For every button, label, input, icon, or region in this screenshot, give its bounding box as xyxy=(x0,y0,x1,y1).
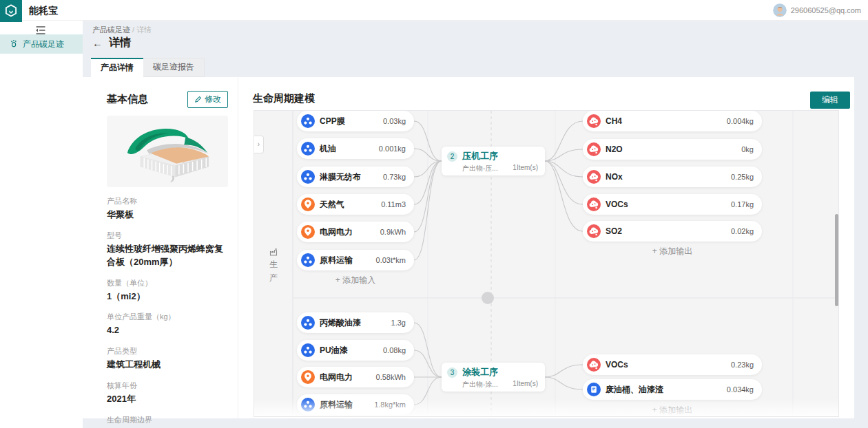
canvas-bottom-fade xyxy=(254,398,839,416)
field-lifecycle-boundary: 生命周期边界 从摇篮到大门从资源开采到产品出厂 xyxy=(107,415,228,428)
transport-icon xyxy=(301,253,315,267)
material-icon xyxy=(301,343,315,357)
tab-bar: 产品详情 碳足迹报告 xyxy=(91,58,205,77)
emission-icon xyxy=(587,224,601,238)
input-node[interactable]: CPP膜 0.03kg xyxy=(297,111,414,131)
tab-product-detail[interactable]: 产品详情 xyxy=(91,58,143,77)
emission-icon xyxy=(587,197,601,211)
input-node[interactable]: 原料运输 0.03t*km xyxy=(297,250,414,270)
emission-icon xyxy=(587,358,601,372)
material-icon xyxy=(301,142,315,156)
section-joint[interactable] xyxy=(482,292,494,304)
back-arrow-icon[interactable]: ← xyxy=(92,37,103,49)
output-node[interactable]: N2O 0kg xyxy=(583,139,762,160)
user-avatar[interactable] xyxy=(773,3,787,17)
tab-footprint-report[interactable]: 碳足迹报告 xyxy=(143,58,205,77)
input-node[interactable]: 丙烯酸油漆 1.3g xyxy=(297,312,414,333)
app-logo xyxy=(0,0,22,22)
output-node[interactable]: SO2 0.02kg xyxy=(583,221,762,242)
sidebar-item-label: 产品碳足迹 xyxy=(23,39,64,50)
output-node[interactable]: CH4 0.004kg xyxy=(583,111,762,131)
material-icon xyxy=(301,316,315,330)
add-output-button[interactable]: + 添加输出 xyxy=(583,246,762,259)
output-node[interactable]: NOx 0.25kg xyxy=(583,167,762,187)
top-bar: 能耗宝 296060525@qq.com xyxy=(0,0,868,21)
breadcrumb-parent[interactable]: 产品碳足迹 xyxy=(92,25,130,34)
input-node[interactable]: 机油 0.001kg xyxy=(297,138,414,159)
basic-info-panel: 基本信息 修改 xyxy=(107,91,228,428)
modify-button[interactable]: 修改 xyxy=(187,91,228,108)
page-title: 详情 xyxy=(109,36,131,50)
sidebar-item-product-carbon-footprint[interactable]: 产品碳足迹 xyxy=(0,34,83,54)
field-product-name: 产品名称 华聚板 xyxy=(107,196,228,222)
lifecycle-canvas[interactable]: › 生 产 CPP膜 0.03kg 机油 0.001kg 淋膜无纺布 0.73k… xyxy=(254,110,839,417)
add-input-button[interactable]: + 添加输入 xyxy=(297,275,414,288)
input-node[interactable]: 淋膜无纺布 0.73kg xyxy=(297,167,414,187)
output-node[interactable]: 废油桶、油漆渣 0.034kg xyxy=(583,379,762,400)
output-node[interactable]: VOCs 0.23kg xyxy=(583,354,762,375)
user-email[interactable]: 296060525@qq.com xyxy=(791,6,861,14)
process-node-press[interactable]: 2 压机工序 产出物-压... 1Item(s) xyxy=(442,147,545,175)
field-model: 型号 连续性玻纤增强聚丙烯蜂窝复合板（20mm厚） xyxy=(107,231,228,269)
field-unit-weight: 单位产品重量（kg） 4.2 xyxy=(107,312,228,337)
field-quantity: 数量（单位） 1（mi2） xyxy=(107,278,228,303)
process-index-badge: 3 xyxy=(447,367,457,378)
edit-button[interactable]: 编辑 xyxy=(810,92,850,109)
material-icon xyxy=(301,170,315,184)
waste-icon xyxy=(587,383,601,396)
app-title: 能耗宝 xyxy=(29,0,58,21)
panel-divider xyxy=(238,77,238,418)
breadcrumb-current: 详情 xyxy=(136,25,152,34)
input-node[interactable]: 电网电力 0.9kWh xyxy=(297,222,414,242)
input-node[interactable]: 电网电力 0.58kWh xyxy=(297,367,414,387)
emission-icon xyxy=(587,114,601,128)
breadcrumb: 产品碳足迹 / 详情 xyxy=(92,25,152,35)
output-node[interactable]: VOCs 0.17kg xyxy=(583,194,762,215)
field-product-type: 产品类型 建筑工程机械 xyxy=(107,346,228,372)
input-node[interactable]: 天然气 0.11m3 xyxy=(297,194,414,215)
energy-icon xyxy=(301,370,315,384)
basic-info-title: 基本信息 xyxy=(107,93,148,106)
lifecycle-title: 生命周期建模 xyxy=(253,92,315,105)
content-card: 基本信息 修改 xyxy=(83,77,854,418)
factory-icon xyxy=(269,247,278,257)
footprint-icon xyxy=(10,39,19,50)
material-icon xyxy=(301,114,315,128)
energy-icon xyxy=(301,225,315,239)
sidebar: 产品碳足迹 xyxy=(0,21,83,428)
emission-icon xyxy=(587,142,601,156)
process-node-coating[interactable]: 3 涂装工序 产出物-涂... 1Item(s) xyxy=(442,363,545,392)
expand-stage-button[interactable]: › xyxy=(254,136,264,153)
process-index-badge: 2 xyxy=(447,151,457,162)
canvas-scrollbar[interactable] xyxy=(835,214,838,306)
field-accounting-year: 核算年份 2021年 xyxy=(107,381,228,406)
product-image xyxy=(107,116,228,187)
emission-icon xyxy=(587,170,601,184)
pencil-icon xyxy=(194,96,202,103)
energy-icon xyxy=(301,197,315,211)
stage-production-label: 生 产 xyxy=(254,247,293,284)
input-node[interactable]: PU油漆 0.08kg xyxy=(297,340,414,361)
